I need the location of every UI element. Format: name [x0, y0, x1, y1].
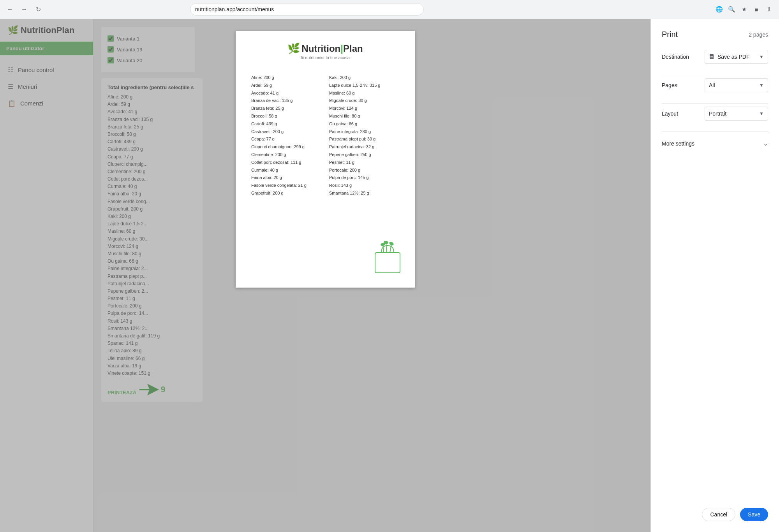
- divider-2: [662, 103, 768, 104]
- list-item: Cotlet porc dezosat: 111 g: [251, 159, 321, 167]
- print-settings-header: Print 2 pages: [662, 30, 768, 39]
- list-item: Curmale: 40 g: [251, 167, 321, 174]
- list-item: Patrunjel radacina: 32 g: [329, 143, 399, 151]
- list-item: Pulpa de porc: 145 g: [329, 174, 399, 182]
- list-item: Ou gaina: 66 g: [329, 120, 399, 128]
- destination-value: Save as PDF: [717, 54, 749, 60]
- download-icon[interactable]: ⇩: [763, 4, 774, 15]
- layout-label: Layout: [662, 111, 705, 117]
- print-preview-area: 🌿 Nutrition|Plan fii nutritionist la tin…: [0, 19, 650, 532]
- list-item: Rosii: 143 g: [329, 182, 399, 190]
- url-text: nutritionplan.app/account/menus: [195, 6, 274, 12]
- pages-dropdown-arrow: ▼: [759, 83, 764, 88]
- list-item: Masline: 60 g: [329, 90, 399, 97]
- divider-3: [662, 132, 768, 132]
- list-item: Morcovi: 124 g: [329, 105, 399, 112]
- svg-line-4: [390, 244, 391, 253]
- translate-icon[interactable]: 🌐: [714, 4, 724, 15]
- more-settings-row[interactable]: More settings ⌄: [662, 137, 768, 150]
- svg-rect-11: [710, 58, 713, 58]
- layout-row: Layout Portrait ▼: [662, 107, 768, 121]
- print-shopping-bag: [372, 241, 403, 276]
- svg-marker-9: [713, 54, 714, 55]
- cancel-button[interactable]: Cancel: [702, 508, 735, 521]
- list-item: Portocale: 200 g: [329, 167, 399, 174]
- address-bar[interactable]: nutritionplan.app/account/menus: [190, 3, 424, 16]
- list-item: Cartofi: 439 g: [251, 120, 321, 128]
- list-item: Muschi file: 80 g: [329, 112, 399, 120]
- list-item: Broccoli: 58 g: [251, 112, 321, 120]
- list-item: Lapte dulce 1,5-2 %: 315 g: [329, 82, 399, 90]
- extensions-icon[interactable]: ■: [751, 4, 762, 15]
- list-item: Grapefruit: 200 g: [251, 190, 321, 197]
- list-item: Pesmet: 11 g: [329, 159, 399, 167]
- list-item: Branza feta: 25 g: [251, 105, 321, 112]
- list-item: Avocado: 41 g: [251, 90, 321, 97]
- print-logo-leaf: 🌿: [287, 42, 300, 54]
- list-item: Paine integrala: 280 g: [329, 128, 399, 136]
- browser-chrome: ← → ↻ nutritionplan.app/account/menus 🌐 …: [0, 0, 779, 19]
- print-logo-area: 🌿 Nutrition|Plan fii nutritionist la tin…: [251, 42, 399, 60]
- list-item: Branza de vaci: 135 g: [251, 97, 321, 105]
- app-container: 🌿 NutritionPlan Panou utilizator ☷ Panou…: [0, 19, 779, 532]
- layout-value: Portrait: [709, 111, 726, 117]
- print-pages-count: 2 pages: [749, 32, 768, 38]
- print-settings-panel: Print 2 pages Destination Save as PDF: [650, 19, 779, 532]
- list-item: Pepene galben: 250 g: [329, 151, 399, 159]
- list-item: Smantana 12%: 25 g: [329, 190, 399, 197]
- layout-select[interactable]: Portrait ▼: [705, 107, 768, 121]
- svg-rect-10: [710, 56, 713, 57]
- more-settings-chevron-icon: ⌄: [763, 140, 768, 147]
- print-ingredients-list: Afine: 200 gArdei: 59 gAvocado: 41 gBran…: [251, 74, 399, 197]
- pages-label: Pages: [662, 82, 705, 88]
- list-item: Afine: 200 g: [251, 74, 321, 82]
- list-item: Castraveti: 200 g: [251, 128, 321, 136]
- destination-dropdown-arrow: ▼: [759, 54, 764, 60]
- list-item: Ceapa: 77 g: [251, 135, 321, 143]
- pdf-icon: [709, 53, 715, 60]
- print-logo-text: Nutrition|Plan: [301, 43, 363, 54]
- refresh-button[interactable]: ↻: [33, 4, 44, 15]
- pages-value: All: [709, 82, 715, 88]
- list-item: Fasole verde congelata: 21 g: [251, 182, 321, 190]
- destination-label: Destination: [662, 54, 705, 60]
- svg-rect-1: [375, 253, 400, 273]
- pages-row: Pages All ▼: [662, 78, 768, 92]
- list-item: Kaki: 200 g: [329, 74, 399, 82]
- list-item: Faina alba: 20 g: [251, 174, 321, 182]
- list-item: Pastrama piept pui: 30 g: [329, 135, 399, 143]
- pages-select[interactable]: All ▼: [705, 78, 768, 92]
- bookmark-icon[interactable]: ★: [738, 4, 749, 15]
- search-icon[interactable]: 🔍: [726, 4, 737, 15]
- print-document: 🌿 Nutrition|Plan fii nutritionist la tin…: [236, 31, 415, 288]
- layout-dropdown-arrow: ▼: [759, 111, 764, 116]
- save-button[interactable]: Save: [740, 508, 768, 521]
- print-settings-footer: Cancel Save: [662, 500, 768, 521]
- print-subtitle: fii nutritionist la tine acasa: [251, 55, 399, 60]
- divider-1: [662, 75, 768, 75]
- list-item: Ciuperci champignon: 299 g: [251, 143, 321, 151]
- print-overlay: 🌿 Nutrition|Plan fii nutritionist la tin…: [0, 19, 779, 532]
- svg-line-3: [386, 243, 387, 253]
- list-item: Migdale crude: 30 g: [329, 97, 399, 105]
- destination-select[interactable]: Save as PDF ▼: [705, 50, 768, 64]
- destination-row: Destination Save as PDF ▼: [662, 50, 768, 64]
- list-item: Clementine: 200 g: [251, 151, 321, 159]
- print-settings-title: Print: [662, 30, 678, 39]
- more-settings-label: More settings: [662, 140, 694, 147]
- forward-button[interactable]: →: [19, 4, 30, 15]
- list-item: Ardei: 59 g: [251, 82, 321, 90]
- back-button[interactable]: ←: [5, 4, 16, 15]
